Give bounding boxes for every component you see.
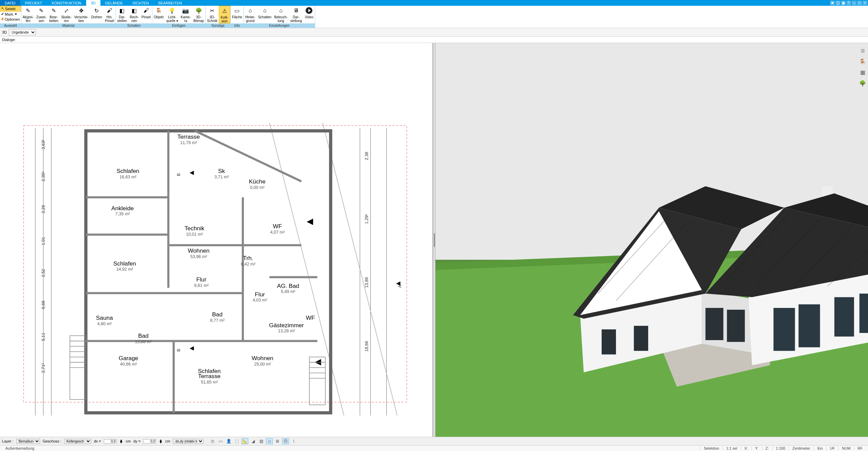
ribbon-zuweisen[interactable]: ✎Zuwei- sen [35, 6, 48, 23]
room-area: 7,35 m² [115, 212, 130, 216]
ribbon-3d-bitmap[interactable]: 🌳3D- Bitmap [192, 6, 205, 23]
bottom-icon-0[interactable]: ◷ [209, 438, 216, 444]
svg-marker-21 [190, 171, 194, 175]
win-icon[interactable]: ? [846, 1, 851, 5]
svg-marker-24 [307, 219, 313, 225]
tab-konstruktion[interactable]: KONSTRUKTION [47, 0, 86, 6]
dim-label: 3,63² [41, 140, 46, 150]
pinsel-icon: 🖌 [142, 6, 150, 15]
dy-input[interactable] [143, 439, 156, 444]
bottom-icon-5[interactable]: ◢ [250, 438, 256, 444]
floorplan-pane[interactable]: B B A Terrasse11,79 m²Sk3,71 m²Küche0,00… [0, 43, 433, 437]
floorplan-svg[interactable]: B B A Terrasse11,79 m²Sk3,71 m²Küche0,00… [0, 43, 432, 437]
beleuchtung-icon: ⌂ [277, 6, 285, 15]
3d-render[interactable] [436, 43, 868, 437]
group-label: Info [231, 23, 244, 28]
bottom-icon-10[interactable]: i [290, 438, 297, 444]
ribbon-lichtquelle[interactable]: 💡Licht- quelle ▾ [165, 6, 179, 23]
hin-pinsel-icon: 🖌 [105, 6, 114, 15]
mark-tool[interactable]: ✔Mark.▾ [0, 12, 21, 17]
pinsel-label: Pinsel [141, 15, 151, 19]
minimize-icon[interactable]: – [852, 1, 856, 5]
close-icon[interactable]: × [863, 1, 867, 5]
tab-datei[interactable]: DATEI [0, 0, 20, 6]
ribbon-beleuchtung[interactable]: ⌂Beleuch- tung [273, 6, 289, 23]
group-label: Material [21, 23, 116, 28]
group-label-auswahl: Auswahl [0, 23, 21, 28]
drehen-label: Drehen [91, 15, 102, 19]
select-tool[interactable]: ↖Selekt [0, 6, 21, 12]
ribbon-drehen[interactable]: ↻Drehen [90, 6, 103, 23]
abgreifen-label: Abgrei- fen [23, 15, 34, 23]
ribbon-skalieren[interactable]: ⤢Skalie- ren [60, 6, 73, 23]
flaeche-icon: ▭ [233, 6, 241, 15]
bottom-icon-2[interactable]: 👤 [225, 438, 232, 444]
svg-rect-53 [798, 304, 820, 347]
maximize-icon[interactable]: □ [857, 1, 862, 5]
tab-gelaende[interactable]: GELÄNDE [100, 0, 128, 6]
tab-bearbeiten[interactable]: BEARBEITEN [154, 0, 187, 6]
room-area: 13,88 m² [135, 339, 152, 344]
dx-down[interactable]: ▼ [119, 441, 123, 443]
ribbon-kollision[interactable]: ⚠Kolli- sion [219, 6, 230, 23]
bottom-icon-3[interactable]: ⬚ [233, 438, 240, 444]
dy-down[interactable]: ▼ [159, 441, 162, 443]
svg-text:B: B [176, 173, 181, 176]
relative-select[interactable]: dx,dy (relativ ka [173, 439, 204, 444]
status-ein: Ein [814, 446, 826, 450]
ribbon-flaeche[interactable]: ▭Fläche [231, 6, 244, 23]
tree-icon[interactable]: 🌳 [859, 79, 867, 87]
3d-pane[interactable]: ≣ 🪑 ▦ 🌳 [436, 43, 868, 437]
bottom-icon-8[interactable]: ⊞ [274, 438, 281, 444]
skalieren-label: Skalie- ren [61, 15, 72, 23]
hin-pinsel-label: Hin. Pinsel [105, 15, 114, 23]
win-icon[interactable]: ▣ [841, 1, 846, 5]
ribbon-objekt[interactable]: 🪑Objekt [152, 6, 165, 23]
video-label: Video [305, 15, 313, 19]
bottom-icon-7[interactable]: ◇ [266, 438, 273, 444]
ribbon-hintergrund[interactable]: ⌂Hinter- grund [244, 6, 257, 23]
objekt-icon: 🪑 [155, 6, 163, 15]
ribbon-pinsel[interactable]: 🖌Pinsel [140, 6, 152, 23]
status-selektion: Selektion [700, 446, 722, 450]
ribbon-darstellen[interactable]: ◧Dar- stellen [116, 6, 129, 23]
schatten-einst-icon: ⌂ [261, 6, 269, 15]
furniture-icon[interactable]: 🪑 [859, 57, 867, 65]
bottom-icon-9[interactable]: Ⓝ [282, 438, 289, 444]
layer-select[interactable]: Bemaßung [16, 439, 40, 444]
geschoss-select[interactable]: Kellergesch [64, 439, 91, 444]
options-tool[interactable]: ✚Optionen [0, 17, 21, 22]
tab-sichten[interactable]: SICHTEN [128, 0, 153, 6]
ribbon-darstellung[interactable]: 🖥Dar- stellung [289, 6, 303, 23]
ribbon-abgreifen[interactable]: ✎Abgrei- fen [21, 6, 35, 23]
tab-3d[interactable]: 3D [86, 0, 100, 6]
ribbon-hin-pinsel[interactable]: 🖌Hin. Pinsel [103, 6, 115, 23]
ribbon-3d-schnitt[interactable]: ✂3D- Schnitt [206, 6, 219, 23]
dx-input[interactable] [104, 439, 117, 444]
3d-bitmap-label: 3D- Bitmap [193, 15, 204, 23]
room-area: 4,80 m² [97, 321, 112, 326]
bottom-icon-1[interactable]: ▭ [217, 438, 224, 444]
tab-projekt[interactable]: PROJEKT [20, 0, 47, 6]
ribbon-bearbeiten[interactable]: ✎Bear- beiten [48, 6, 60, 23]
bottom-icon-6[interactable]: ▧ [258, 438, 265, 444]
bottom-icon-4[interactable]: 📐 [242, 438, 248, 444]
schatten-einst-label: Schatten [258, 15, 271, 19]
ribbon-kamera[interactable]: 📷Kame- ra [179, 6, 192, 23]
pane-divider[interactable] [433, 43, 436, 437]
room-area: 8,77 m² [210, 318, 225, 323]
palette-icon[interactable]: ▦ [859, 68, 867, 76]
ribbon-schatten-einst[interactable]: ⌂Schatten [257, 6, 273, 23]
ribbon-verschieben[interactable]: ✥Verschie- ben [73, 6, 90, 23]
layers-icon[interactable]: ≣ [859, 46, 867, 55]
room-label: Bad [138, 332, 149, 339]
ribbon-rechnen[interactable]: ◧Rech- nen [128, 6, 140, 23]
ribbon-video[interactable]: Video [303, 6, 315, 23]
dx-label: dx = [94, 439, 101, 443]
bottom-bar: Layer : Bemaßung Geschoss : Kellergesch … [0, 437, 868, 445]
win-icon[interactable]: ✖ [830, 1, 835, 5]
group-label: Einfügen [152, 23, 205, 28]
terrain-select[interactable]: Urgelände [9, 29, 36, 35]
dim-label: 1,01 [41, 237, 46, 245]
win-icon[interactable]: ▢ [835, 1, 840, 5]
